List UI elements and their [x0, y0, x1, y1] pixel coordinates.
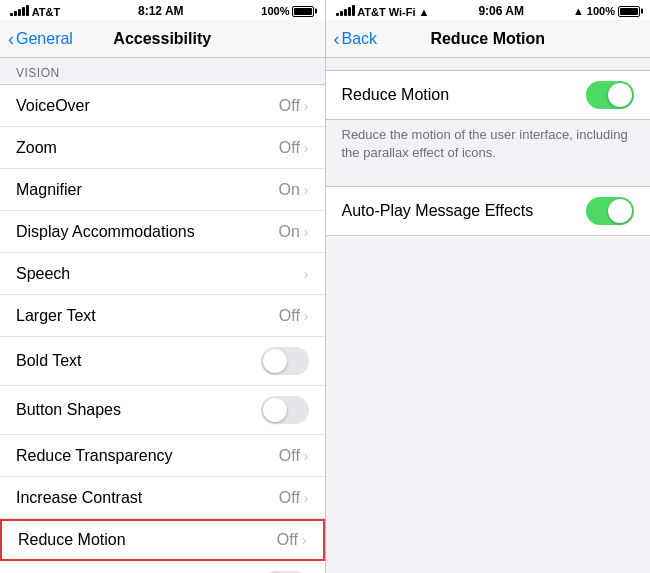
auto-play-label: Auto-Play Message Effects: [342, 202, 534, 220]
reduce-motion-card: Reduce Motion: [326, 70, 651, 120]
left-carrier: AT&T: [10, 5, 60, 18]
increase-contrast-item[interactable]: Increase Contrast Off ›: [0, 477, 325, 519]
right-battery-icon: [618, 6, 640, 17]
left-content: VISION VoiceOver Off › Zoom Off › Magnif…: [0, 58, 325, 573]
signal-bars-icon: [10, 5, 29, 16]
magnifier-label: Magnifier: [16, 181, 82, 199]
left-back-button[interactable]: ‹ General: [8, 30, 73, 48]
larger-text-item[interactable]: Larger Text Off ›: [0, 295, 325, 337]
zoom-label: Zoom: [16, 139, 57, 157]
voiceover-chevron-icon: ›: [304, 98, 309, 114]
larger-text-right: Off ›: [279, 307, 309, 325]
left-settings-list: VoiceOver Off › Zoom Off › Magnifier On …: [0, 84, 325, 573]
voiceover-item[interactable]: VoiceOver Off ›: [0, 85, 325, 127]
reduce-motion-description: Reduce the motion of the user interface,…: [326, 120, 651, 174]
speech-right: ›: [304, 266, 309, 282]
larger-text-chevron-icon: ›: [304, 308, 309, 324]
magnifier-chevron-icon: ›: [304, 182, 309, 198]
right-wifi-icon: ▲: [419, 6, 430, 18]
left-battery-icon: [292, 6, 314, 17]
reduce-transparency-right: Off ›: [279, 447, 309, 465]
larger-text-label: Larger Text: [16, 307, 96, 325]
increase-contrast-right: Off ›: [279, 489, 309, 507]
vision-section-header: VISION: [0, 58, 325, 84]
right-signal-bars-icon: [336, 5, 355, 16]
left-battery-text: 100%: [261, 5, 289, 17]
left-time: 8:12 AM: [138, 4, 184, 18]
right-nav-title: Reduce Motion: [430, 30, 545, 48]
auto-play-toggle[interactable]: [586, 197, 634, 225]
zoom-chevron-icon: ›: [304, 140, 309, 156]
reduce-transparency-chevron-icon: ›: [304, 448, 309, 464]
reduce-motion-detail-label: Reduce Motion: [342, 86, 450, 104]
right-status-bar: AT&T Wi-Fi ▲ 9:06 AM ▲ 100%: [326, 0, 651, 20]
speech-label: Speech: [16, 265, 70, 283]
magnifier-item[interactable]: Magnifier On ›: [0, 169, 325, 211]
display-accommodations-item[interactable]: Display Accommodations On ›: [0, 211, 325, 253]
voiceover-right: Off ›: [279, 97, 309, 115]
left-status-icons: 100%: [261, 5, 314, 17]
auto-play-item[interactable]: Auto-Play Message Effects: [326, 187, 651, 235]
left-status-bar: AT&T 8:12 AM 100%: [0, 0, 325, 20]
reduce-motion-detail-toggle-knob: [608, 83, 632, 107]
reduce-motion-item[interactable]: Reduce Motion Off ›: [0, 519, 325, 561]
button-shapes-item[interactable]: Button Shapes: [0, 386, 325, 435]
left-carrier-text: AT&T: [32, 6, 61, 18]
larger-text-value: Off: [279, 307, 300, 325]
left-back-label: General: [16, 30, 73, 48]
right-content: Reduce Motion Reduce the motion of the u…: [326, 58, 651, 573]
zoom-value: Off: [279, 139, 300, 157]
right-panel: AT&T Wi-Fi ▲ 9:06 AM ▲ 100% ‹ Back Reduc…: [326, 0, 651, 573]
reduce-motion-value: Off: [277, 531, 298, 549]
reduce-motion-detail-item[interactable]: Reduce Motion: [326, 71, 651, 119]
bold-text-item[interactable]: Bold Text: [0, 337, 325, 386]
voiceover-label: VoiceOver: [16, 97, 90, 115]
display-accommodations-value: On: [278, 223, 299, 241]
right-back-label: Back: [342, 30, 378, 48]
on-off-labels-item[interactable]: On/Off Labels: [0, 561, 325, 573]
display-accommodations-label: Display Accommodations: [16, 223, 195, 241]
left-back-chevron-icon: ‹: [8, 30, 14, 48]
auto-play-toggle-knob: [608, 199, 632, 223]
display-accommodations-right: On ›: [278, 223, 308, 241]
button-shapes-toggle-knob: [263, 398, 287, 422]
right-battery-text: 100%: [587, 5, 615, 17]
auto-play-card: Auto-Play Message Effects: [326, 186, 651, 236]
voiceover-value: Off: [279, 97, 300, 115]
auto-play-right: [586, 197, 634, 225]
increase-contrast-label: Increase Contrast: [16, 489, 142, 507]
zoom-right: Off ›: [279, 139, 309, 157]
right-back-chevron-icon: ‹: [334, 30, 340, 48]
reduce-motion-detail-toggle[interactable]: [586, 81, 634, 109]
reduce-motion-chevron-icon: ›: [302, 532, 307, 548]
bold-text-right: [261, 347, 309, 375]
left-nav-title: Accessibility: [113, 30, 211, 48]
zoom-item[interactable]: Zoom Off ›: [0, 127, 325, 169]
increase-contrast-chevron-icon: ›: [304, 490, 309, 506]
button-shapes-right: [261, 396, 309, 424]
bold-text-toggle[interactable]: [261, 347, 309, 375]
right-nav-bar: ‹ Back Reduce Motion: [326, 20, 651, 58]
speech-chevron-icon: ›: [304, 266, 309, 282]
bold-text-label: Bold Text: [16, 352, 82, 370]
right-back-button[interactable]: ‹ Back: [334, 30, 378, 48]
magnifier-right: On ›: [278, 181, 308, 199]
display-accommodations-chevron-icon: ›: [304, 224, 309, 240]
button-shapes-label: Button Shapes: [16, 401, 121, 419]
reduce-motion-right: Off ›: [277, 531, 307, 549]
reduce-transparency-label: Reduce Transparency: [16, 447, 173, 465]
reduce-transparency-item[interactable]: Reduce Transparency Off ›: [0, 435, 325, 477]
bold-text-toggle-knob: [263, 349, 287, 373]
speech-item[interactable]: Speech ›: [0, 253, 325, 295]
right-status-icons: ▲ 100%: [573, 5, 640, 17]
reduce-transparency-value: Off: [279, 447, 300, 465]
reduce-motion-label: Reduce Motion: [18, 531, 126, 549]
left-nav-bar: ‹ General Accessibility: [0, 20, 325, 58]
button-shapes-toggle[interactable]: [261, 396, 309, 424]
right-time: 9:06 AM: [478, 4, 524, 18]
right-carrier: AT&T Wi-Fi ▲: [336, 5, 430, 18]
reduce-motion-detail-right: [586, 81, 634, 109]
right-location-icon: ▲: [573, 5, 584, 17]
increase-contrast-value: Off: [279, 489, 300, 507]
magnifier-value: On: [278, 181, 299, 199]
